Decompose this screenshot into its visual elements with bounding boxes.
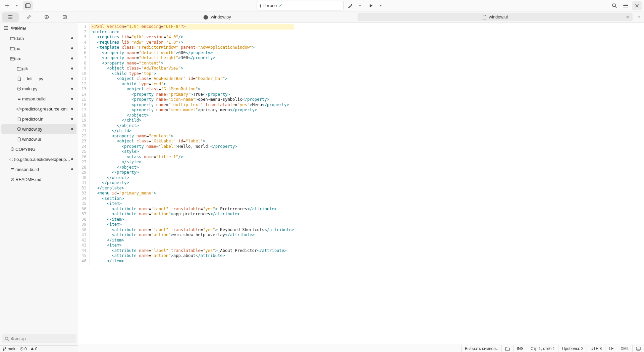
run-menu[interactable]: ▾ <box>376 1 385 10</box>
hamburger-menu-button[interactable] <box>621 1 631 10</box>
code-line[interactable]: <item> <box>92 243 294 248</box>
code-line[interactable]: <attribute name="action">app.preferences… <box>92 212 294 217</box>
close-window-button[interactable] <box>632 1 642 10</box>
code-line[interactable]: <style> <box>92 149 294 155</box>
cursor-position[interactable]: Стр 1, стлб 1 <box>527 345 558 352</box>
tree-item-window-py[interactable]: window.py <box>1 124 76 134</box>
code-line[interactable]: </template> <box>92 186 294 191</box>
tree-item-io-github-alexkdeveloper-pre-[interactable]: {:}io.github.alexkdeveloper.pre… <box>1 154 76 164</box>
editor-pane-left[interactable]: 1234567891011121314151617181920212223242… <box>78 23 361 345</box>
build-split[interactable]: ▾ <box>345 1 365 10</box>
code-line[interactable]: <object class="AdwHeaderBar" id="header_… <box>92 76 294 82</box>
code-line[interactable]: <item> <box>92 201 294 207</box>
tree-item-po[interactable]: po <box>1 43 76 53</box>
tree-item-meson-build[interactable]: meson.build <box>1 94 76 104</box>
code-line[interactable]: </object> <box>92 123 294 129</box>
tree-item-predictor-gresource-xml[interactable]: </>predictor.gresource.xml <box>1 104 76 114</box>
tree-item-gtk[interactable]: gtk <box>1 63 76 74</box>
build-status-combo[interactable]: ▴▾ Готово ✓ <box>257 1 344 10</box>
code-line[interactable]: </item> <box>92 238 294 243</box>
code-line[interactable]: <template class="PredictorWindow" parent… <box>92 45 294 50</box>
code-line[interactable]: <?xml version="1.0" encoding="UTF-8"?> <box>92 24 294 30</box>
symbol-selector[interactable]: Выбрать символ… <box>461 345 501 352</box>
code-line[interactable]: </item> <box>92 259 294 264</box>
build-button[interactable] <box>345 1 355 10</box>
new-file-button[interactable] <box>2 1 12 10</box>
code-line[interactable]: </item> <box>92 217 294 222</box>
code-line[interactable]: <property name="menu-model">primary_menu… <box>92 107 294 113</box>
tabs-menu-button[interactable]: ▾ <box>634 11 644 23</box>
indent-mode[interactable]: Пробелы: 2 <box>558 345 587 352</box>
code-line[interactable]: <menu id="primary_menu"> <box>92 191 294 196</box>
tab-window-ui[interactable]: window.ui ✕ <box>358 13 633 21</box>
line-ending[interactable]: LF <box>605 345 617 352</box>
tree-item-main-py[interactable]: main.py <box>1 84 76 94</box>
tree-item-meson-build[interactable]: meson.build <box>1 164 76 174</box>
code-line[interactable]: <requires lib="Adw" version="1.0"/> <box>92 40 294 45</box>
code-line[interactable]: <object class="GtkMenuButton"> <box>92 87 294 92</box>
code-line[interactable]: <attribute name="label" translatable="ye… <box>92 227 294 233</box>
code-line[interactable]: </child> <box>92 128 294 134</box>
tree-item--init-py[interactable]: __init__.py <box>1 74 76 84</box>
panel-toggle[interactable] <box>501 345 513 352</box>
tree-item-data[interactable]: data <box>1 33 76 43</box>
run-split[interactable]: ▾ <box>366 1 385 10</box>
run-button[interactable] <box>366 1 376 10</box>
new-file-split[interactable]: ▾ <box>2 1 21 10</box>
sidebar-tab-tests[interactable] <box>38 12 55 22</box>
code-line[interactable]: <property name="content"> <box>92 61 294 66</box>
build-menu[interactable]: ▾ <box>355 1 365 10</box>
tab-close-button[interactable]: ✕ <box>626 15 629 19</box>
code-line[interactable]: <property name="label">Hello, World!</pr… <box>92 144 294 149</box>
sidebar-tab-files[interactable] <box>2 12 19 22</box>
tree-item-predictor-in[interactable]: predictor.in <box>1 114 76 124</box>
code-line[interactable]: <object class="GtkLabel" id="label"> <box>92 139 294 144</box>
code-line[interactable]: </property> <box>92 170 294 175</box>
tree-item-copying[interactable]: COPYING <box>1 144 76 154</box>
new-file-menu[interactable]: ▾ <box>12 1 21 10</box>
tree-item-src[interactable]: src <box>1 53 76 63</box>
code-line[interactable]: <item> <box>92 222 294 227</box>
code-line[interactable]: <interface> <box>92 30 294 35</box>
file-tree[interactable]: dataposrcgtk__init__.pymain.pymeson.buil… <box>0 33 78 332</box>
code-line[interactable]: </style> <box>92 160 294 165</box>
code-line[interactable]: <property name="default-height">300</pro… <box>92 55 294 61</box>
warnings-indicator[interactable]: 0 <box>30 347 38 351</box>
filter-input[interactable] <box>11 336 73 341</box>
encoding[interactable]: UTF-8 <box>587 345 605 352</box>
search-button[interactable] <box>609 1 619 10</box>
code-line[interactable]: </object> <box>92 113 294 118</box>
sidebar-tab-debug[interactable] <box>20 12 37 22</box>
code-line[interactable]: <property name="tooltip-text" translatab… <box>92 102 294 108</box>
code-line[interactable]: <object class="AdwToolbarView"> <box>92 66 294 71</box>
code-line[interactable]: <child type="end"> <box>92 82 294 87</box>
code-line[interactable]: <property name="content"> <box>92 134 294 139</box>
code-line[interactable]: </object> <box>92 165 294 170</box>
code-line[interactable]: <property name="default-width">600</prop… <box>92 50 294 56</box>
code-line[interactable]: <attribute name="action">app.about</attr… <box>92 253 294 259</box>
code-line[interactable]: </property> <box>92 180 294 186</box>
sidebar-tab-todos[interactable] <box>56 12 73 22</box>
filter-box[interactable] <box>2 334 76 343</box>
language-mode[interactable]: XML <box>617 345 632 352</box>
code-line[interactable]: <attribute name="label" translatable="ye… <box>92 248 294 254</box>
code-line[interactable]: <class name="title-1"/> <box>92 155 294 160</box>
code-line[interactable]: <child type="top"> <box>92 71 294 77</box>
code-line[interactable]: </child> <box>92 118 294 123</box>
tab-window-py[interactable]: ⬤ window.py <box>79 13 355 21</box>
tree-item-window-ui[interactable]: window.ui <box>1 134 76 144</box>
code-line[interactable]: <property name="icon-name">open-menu-sym… <box>92 97 294 102</box>
toggle-sidebar-button[interactable] <box>23 1 33 10</box>
code-line[interactable]: </object> <box>92 175 294 181</box>
code-line[interactable]: <requires lib="gtk" version="4.0"/> <box>92 35 294 40</box>
insert-mode[interactable]: INS <box>513 345 527 352</box>
code-line[interactable]: <attribute name="action">win.show-help-o… <box>92 232 294 238</box>
errors-indicator[interactable]: 0 <box>20 347 27 351</box>
branch-indicator[interactable]: main <box>3 347 16 351</box>
code-line[interactable]: <property name="primary">True</property> <box>92 92 294 97</box>
tree-item-readme-md[interactable]: README.md <box>1 174 76 184</box>
code-line[interactable]: <section> <box>92 196 294 202</box>
code-line[interactable]: <attribute name="label" translatable="ye… <box>92 207 294 212</box>
bottom-panel-toggle[interactable] <box>632 345 644 352</box>
editor-pane-right[interactable] <box>361 23 644 345</box>
